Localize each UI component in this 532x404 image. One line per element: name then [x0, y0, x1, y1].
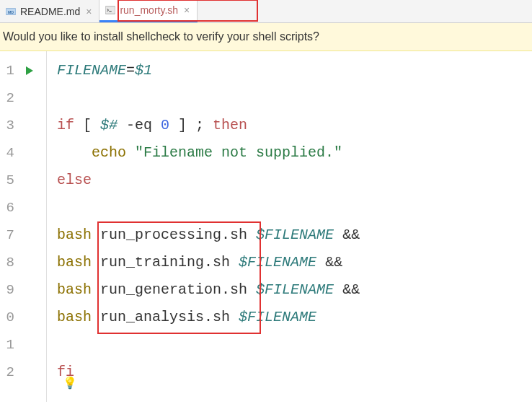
notification-text: Would you like to install shellcheck to … — [3, 30, 319, 43]
code-line: FILENAME=$1 — [57, 57, 532, 84]
line-number: 1 — [0, 331, 19, 359]
line-number: 2 — [0, 359, 19, 386]
code-line — [57, 84, 532, 112]
tab-label: run_morty.sh — [120, 4, 178, 16]
run-gutter — [19, 51, 40, 402]
code-line: echo "Filename not supplied." — [57, 139, 532, 167]
close-icon[interactable]: × — [182, 4, 191, 16]
close-icon[interactable]: × — [84, 6, 93, 17]
line-number: 7 — [0, 221, 19, 249]
code-line: bash run_training.sh $FILENAME && — [57, 249, 532, 276]
svg-rect-2 — [105, 6, 115, 14]
line-number: 3 — [0, 112, 19, 139]
code-line: bash run_generation.sh $FILENAME && — [57, 276, 532, 304]
lightbulb-icon[interactable]: 💡 — [63, 370, 77, 398]
line-number: 1 — [0, 57, 19, 84]
code-line — [57, 194, 532, 221]
shell-icon — [105, 5, 115, 15]
line-number: 6 — [0, 194, 19, 221]
line-number: 0 — [0, 304, 19, 331]
tab-label: README.md — [20, 6, 80, 17]
code-line — [57, 331, 532, 359]
line-number: 4 — [0, 139, 19, 167]
code-line: else — [57, 167, 532, 194]
svg-text:MD: MD — [8, 9, 14, 14]
markdown-icon: MD — [6, 6, 16, 17]
line-number: 5 — [0, 167, 19, 194]
line-number: 2 — [0, 84, 19, 112]
code-line: if [ $# -eq 0 ] ; then — [57, 112, 532, 139]
code-line: bash run_analysis.sh $FILENAME — [57, 304, 532, 331]
tab-bar: MD README.md × run_morty.sh × — [0, 0, 532, 23]
tab-readme[interactable]: MD README.md × — [0, 0, 99, 22]
code-line: fi — [57, 359, 532, 386]
code-area[interactable]: FILENAME=$1 if [ $# -eq 0 ] ; then echo … — [47, 51, 532, 402]
editor-area: 1 2 3 4 5 6 7 8 9 0 1 2 FILENAME=$1 if [… — [0, 51, 532, 402]
line-gutter: 1 2 3 4 5 6 7 8 9 0 1 2 — [0, 51, 19, 402]
run-button[interactable] — [19, 57, 40, 84]
code-line: bash run_processing.sh $FILENAME && — [57, 221, 532, 249]
line-number: 8 — [0, 249, 19, 276]
line-number: 9 — [0, 276, 19, 304]
tab-run-morty[interactable]: run_morty.sh × — [99, 0, 198, 22]
notification-bar[interactable]: Would you like to install shellcheck to … — [0, 23, 532, 51]
